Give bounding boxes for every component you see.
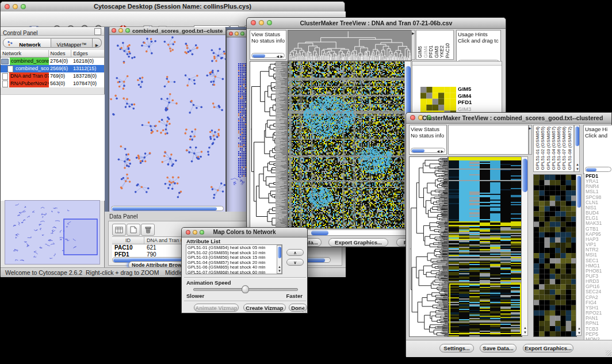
scroll-up-icon[interactable]: ▲ xyxy=(576,163,579,166)
network-row[interactable]: combined_scores 2764(0) 16218(0) xyxy=(1,58,104,65)
treeview2-zoom-vscrollbar[interactable]: ▲ ▼ xyxy=(576,174,582,336)
scroll-thumb[interactable] xyxy=(577,176,581,208)
scroll-thumb[interactable] xyxy=(575,127,579,146)
network-list-empty-area xyxy=(1,94,105,201)
scroll-thumb[interactable] xyxy=(311,231,328,235)
treeview1-export-graphics-button[interactable]: Export Graphics... xyxy=(328,238,388,247)
usage-hints-hscrollbar[interactable] xyxy=(585,167,611,172)
scroll-down-icon[interactable]: ▼ xyxy=(278,269,281,273)
treeview2-heatmap-vscrollbar[interactable]: ▲ ▼ xyxy=(521,156,528,336)
scroll-down-icon[interactable]: ▼ xyxy=(577,331,581,335)
scroll-up-icon[interactable]: ▲ xyxy=(278,265,281,269)
network-row[interactable]: RNAPuberNov2+ 563(0) 107847(0) xyxy=(1,80,104,87)
zoom-icon[interactable] xyxy=(240,32,244,36)
scroll-right-icon[interactable]: ▶ xyxy=(441,150,443,153)
tab-overflow-button[interactable]: ▶ xyxy=(93,38,102,48)
attribute-listbox[interactable]: GPL51-01 (GSM854) heat shock 05 minGPL51… xyxy=(186,244,282,274)
scroll-up-icon[interactable]: ▲ xyxy=(577,327,581,330)
network-window-1-titlebar[interactable]: combined_scores_good.txt--cluste... xyxy=(109,27,225,35)
scroll-thumb[interactable] xyxy=(406,66,411,119)
tab-network-label: Network xyxy=(19,41,40,48)
mini-toolbar xyxy=(412,62,502,66)
faster-label: Faster xyxy=(286,293,303,299)
move-down-button[interactable]: ∨ xyxy=(286,259,304,266)
attribute-items: GPL51-01 (GSM854) heat shock 05 minGPL51… xyxy=(186,245,282,274)
scroll-thumb[interactable] xyxy=(112,207,217,210)
scroll-down-icon[interactable]: ▼ xyxy=(523,331,527,334)
network-row[interactable]: combined_sco 2569(6) 13112(15) xyxy=(1,65,104,72)
treeview1-splitter-strip[interactable]: ▶ xyxy=(411,30,415,60)
zoom-icon[interactable] xyxy=(125,28,130,33)
network-view-1-canvas[interactable] xyxy=(109,35,225,202)
divider xyxy=(184,277,306,278)
animation-speed-slider[interactable] xyxy=(193,285,297,293)
network-window-1-title: combined_scores_good.txt--cluste... xyxy=(132,28,223,34)
scroll-thumb[interactable] xyxy=(586,168,596,171)
treeview1-row-dendrogram[interactable] xyxy=(250,61,288,229)
status-hint-zoom: Right-click + drag to ZOOM xyxy=(86,269,159,276)
treeview1-column-dendrogram[interactable] xyxy=(288,30,412,61)
data-panel-title: Data Panel xyxy=(109,213,137,220)
move-up-button[interactable]: ∧ xyxy=(286,249,304,256)
delete-attribute-icon[interactable] xyxy=(141,224,155,236)
usage-hints-info: Click and xyxy=(584,132,612,139)
resize-grip[interactable] xyxy=(606,350,611,356)
document-icon xyxy=(2,73,8,80)
network-window-1-hscrollbar[interactable] xyxy=(111,206,224,211)
treeview2-window: ClusterMaker TreeView : combined_scores_… xyxy=(406,112,612,357)
treeview2-zoom-heatmap[interactable] xyxy=(533,174,577,337)
attribute-list-vscrollbar[interactable]: ▲ ▼ xyxy=(277,245,282,274)
column-label: GPL51-02 (GSM855) xyxy=(540,127,545,170)
view-status-hscrollbar[interactable]: ◀ ▶ xyxy=(251,53,285,58)
scroll-thumb[interactable] xyxy=(412,149,424,152)
dialog-titlebar[interactable]: Map Colors to Network xyxy=(182,228,307,237)
birdseye-view[interactable] xyxy=(5,200,100,265)
attribute-select-icon[interactable] xyxy=(112,224,126,236)
scroll-thumb[interactable] xyxy=(278,247,281,258)
treeview2-export-graphics-button[interactable]: Export Graphics... xyxy=(523,344,573,352)
scroll-thumb[interactable] xyxy=(253,54,265,58)
treeview2-usage-hints: Usage Hi Click and xyxy=(583,125,612,174)
treeview2-column-labels-vscrollbar[interactable]: ▲ ▼ xyxy=(574,125,580,172)
treeview2-heatmap[interactable] xyxy=(448,156,522,337)
treeview1-titlebar[interactable]: ClusterMaker TreeView : DNA and Tran 07-… xyxy=(247,18,506,29)
treeview1-heatmap[interactable] xyxy=(288,61,405,229)
scroll-up-icon[interactable]: ▲ xyxy=(523,326,527,329)
treeview2-column-labels: GPL51-01 (GSM854)GPL51-02 (GSM855)GPL51-… xyxy=(533,125,574,172)
treeview2-save-data-button[interactable]: Save Data... xyxy=(480,344,517,352)
main-titlebar[interactable]: Cytoscape Desktop (Session Name: collins… xyxy=(1,2,345,12)
slider-thumb[interactable] xyxy=(242,285,249,293)
scroll-left-icon[interactable]: ◀ xyxy=(276,55,279,58)
network-row[interactable]: DNA and Tran 07 769(0) 183728(0) xyxy=(1,72,104,80)
animate-vizmap-button[interactable]: Animate Vizmap xyxy=(194,304,239,312)
close-icon[interactable] xyxy=(229,32,233,36)
scroll-right-icon[interactable]: ▶ xyxy=(280,55,283,58)
minimize-icon[interactable] xyxy=(118,28,123,33)
scroll-left-icon[interactable]: ◀ xyxy=(437,150,439,153)
slower-label: Slower xyxy=(186,293,204,299)
tab-network[interactable]: Network xyxy=(3,38,51,48)
dialog-title: Map Colors to Network xyxy=(182,229,307,235)
treeview2-row-dendrogram[interactable] xyxy=(409,156,448,337)
tab-vizmapper[interactable]: VizMapper™ xyxy=(51,38,93,48)
close-icon[interactable] xyxy=(410,115,415,120)
view-status-hscrollbar[interactable]: ◀ ▶ xyxy=(411,148,445,153)
close-icon[interactable] xyxy=(112,28,116,33)
resize-grip[interactable] xyxy=(301,306,307,312)
treeview2-splitter-strip[interactable]: ▶ xyxy=(529,125,532,155)
column-label: GPL51-03 (GSM856) xyxy=(546,127,551,170)
divider xyxy=(184,301,306,301)
new-attribute-icon[interactable] xyxy=(127,224,140,236)
scroll-down-icon[interactable]: ▼ xyxy=(576,167,579,171)
treeview2-titlebar[interactable]: ClusterMaker TreeView : combined_scores_… xyxy=(406,113,611,124)
network-list-header[interactable]: Network Nodes Edges xyxy=(1,50,104,58)
minimize-icon[interactable] xyxy=(235,32,239,36)
scroll-thumb[interactable] xyxy=(522,159,527,192)
treeview2-settings-button[interactable]: Settings... xyxy=(439,344,474,352)
collapse-arrow-icon[interactable]: ▶ xyxy=(412,32,415,35)
create-vizmap-button[interactable]: Create Vizmap xyxy=(243,304,286,312)
collapse-arrow-icon[interactable]: ▶ xyxy=(529,127,531,130)
attribute-item[interactable]: GPL51-07 (GSM868) heat shock 60 min xyxy=(186,270,282,275)
treeview2-column-dendrogram[interactable] xyxy=(448,125,529,155)
float-panel-icon[interactable] xyxy=(94,28,101,35)
